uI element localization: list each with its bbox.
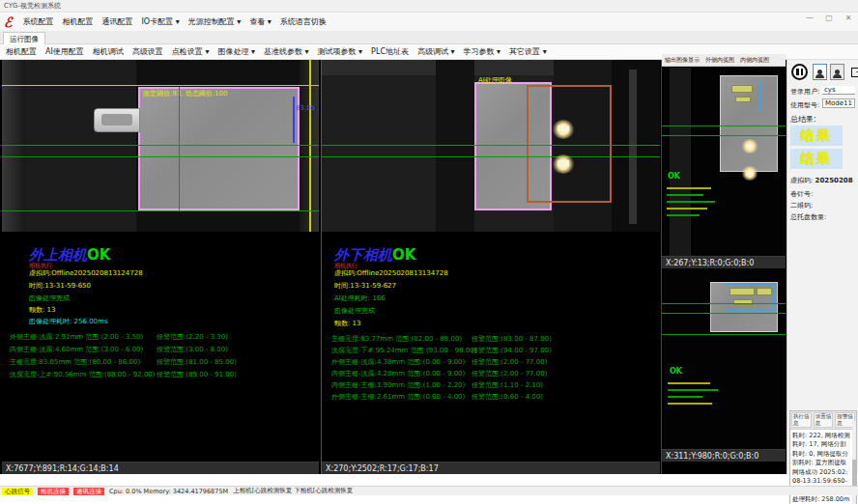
count-text: 颗数: 13 xyxy=(334,319,361,328)
done-text: 图像处理完成 xyxy=(29,294,70,303)
menu-system-config[interactable]: 系统配置 xyxy=(22,16,53,27)
alarm-range: 报警范围:(2.00 - 77.00) xyxy=(472,357,547,367)
tab-bar: 运行图像 xyxy=(0,31,858,44)
exit-door-icon xyxy=(851,68,858,77)
comm-connect-badge: 通讯连接 xyxy=(73,488,104,495)
small-camera-column: 输出图像显示 外侧内弧图 内侧内弧图 OK xyxy=(661,60,785,474)
tool-camera-config[interactable]: 相机配置 xyxy=(6,46,37,57)
small-camera-bottom-status: X:311;Y:980;R:0;G:0;B:0 xyxy=(662,449,786,462)
virtual-code-label: 虚拟码: 20250208 xyxy=(790,176,853,185)
mini-text-bar xyxy=(667,187,711,189)
measurement-row: 内侧主栅-主栅:1.90mm 范围:(1.00 - 2.20) xyxy=(331,380,465,390)
measure-line xyxy=(2,156,319,157)
tab-run-image[interactable]: 运行图像 xyxy=(3,32,45,44)
alarm-range: 报警范围:(89.00 - 91.00) xyxy=(157,370,237,379)
menu-camera-config[interactable]: 相机配置 xyxy=(62,16,93,27)
measurement-row: 外侧主栅-浅腐:4.38mm 范围:(0.00 - 9.00) xyxy=(331,357,465,367)
camera-status-lower: X:270;Y:2502;R:17;G:17;B:17 xyxy=(322,462,660,474)
tool-learn-params[interactable]: 学习参数 ▾ xyxy=(464,46,501,57)
tool-camera-debug[interactable]: 相机调试 xyxy=(93,46,124,57)
done-text: 图像处理完成 xyxy=(334,306,375,316)
ai-overlay-text: AI处理图像 xyxy=(478,75,512,85)
tool-image-process[interactable]: 图像处理 ▾ xyxy=(217,46,255,57)
bg-column-detail xyxy=(629,70,637,224)
tab-outer-arc[interactable]: 外侧内弧图 xyxy=(705,56,734,65)
camera-panel-upper: 固定阈值:93, 动态阈值:100 83.05 外上相机OK 相机执行 虚拟码:… xyxy=(2,60,319,474)
maximize-button[interactable]: ▢ xyxy=(823,14,835,22)
log-tab-settings[interactable]: 设置信息 xyxy=(814,412,834,428)
pause-button[interactable] xyxy=(791,64,808,80)
tool-baseline-params[interactable]: 基准线参数 ▾ xyxy=(264,46,309,57)
mini-roi-box xyxy=(724,284,774,311)
user-camera-button[interactable] xyxy=(813,64,827,80)
measurement-row: 主栅宽度:83.05mm 范围:(80.00 - 86.00) xyxy=(10,357,140,367)
alarm-range: 报警范围:(3.00 - 8.00) xyxy=(157,345,228,354)
reel-number-label: 卷针号: xyxy=(790,189,813,199)
blue-measure-line xyxy=(293,97,295,143)
tool-ai-config[interactable]: AI使用配置 xyxy=(45,46,84,57)
bg-column xyxy=(436,60,474,232)
ai-time-text: AI处理耗时: 166 xyxy=(334,294,386,303)
mini-ok-badge: OK xyxy=(670,367,682,376)
tool-plc-table[interactable]: PLC地址表 xyxy=(371,46,409,57)
alarm-range: 报警范围:(1.10 - 2.10) xyxy=(472,380,543,390)
result-badge-upper: 结果 xyxy=(790,126,843,146)
close-button[interactable]: ✕ xyxy=(843,14,854,22)
minimize-button[interactable]: — xyxy=(804,14,815,22)
count-text: 颗数: 13 xyxy=(29,305,56,315)
heartbeat-badge: 心跳信号 xyxy=(2,488,33,495)
small-camera-bottom[interactable]: OK xyxy=(662,270,786,449)
menu-io-config[interactable]: IO卡配置 ▾ xyxy=(141,16,179,27)
menu-comm-config[interactable]: 通讯配置 xyxy=(101,16,132,27)
small-camera-top-status: X:267;Y:13;R:0;G:0;B:0 xyxy=(662,256,786,268)
tool-test-params[interactable]: 测试项参数 ▾ xyxy=(318,46,363,57)
camera-status-upper: X:7677;Y:891;R:14;G:14;B:14 xyxy=(2,462,319,474)
alarm-range: 报警范围:(2.20 - 3.30) xyxy=(157,332,228,342)
measure-line xyxy=(2,145,319,146)
yellow-reference-line xyxy=(2,85,319,86)
operator-button[interactable] xyxy=(830,64,844,80)
bright-bar xyxy=(558,126,569,131)
barcode-text: 虚拟码:Offline2025020813124728 xyxy=(29,268,143,278)
elapsed-text: 图像处理耗时: 256.00ms xyxy=(29,317,108,326)
tool-other-settings[interactable]: 其它设置 ▾ xyxy=(509,46,547,57)
tray-count-label: 总托盘数量: xyxy=(790,212,826,222)
measurement-row: 内侧主栅-浅腐:4.28mm 范围:(0.00 - 9.00) xyxy=(331,369,465,378)
pause-icon xyxy=(796,69,799,75)
time-text: 时间:13-31-59-627 xyxy=(334,281,396,291)
tool-advanced-debug[interactable]: 高级调试 ▾ xyxy=(417,46,455,57)
tool-spot-check[interactable]: 点检设置 ▾ xyxy=(172,46,210,57)
mini-text-bar xyxy=(668,389,718,391)
mini-roi-box xyxy=(726,81,760,110)
camera-ok-badge: OK xyxy=(392,246,415,264)
tab-inner-arc[interactable]: 内侧内弧图 xyxy=(740,56,769,65)
measurement-row: 内侧主栅-浅腐:4.60mm 范围:(3.00 - 6.00) xyxy=(10,345,143,354)
cpu-memory-text: Cpu: 0.0% Memory: 3424.41796875M xyxy=(109,488,228,495)
menu-view[interactable]: 查看 ▾ xyxy=(249,16,272,27)
measure-line xyxy=(2,210,319,211)
virtual-code-value: 20250208 xyxy=(815,177,853,184)
camera-image-lower[interactable]: AI处理图像 xyxy=(322,60,660,232)
tool-advanced-settings[interactable]: 高级设置 xyxy=(132,46,163,57)
title-bar: CYG-视觉检测系统 xyxy=(0,0,858,13)
model-value[interactable]: Mode11 xyxy=(822,98,855,108)
tab-output-image[interactable]: 输出图像显示 xyxy=(665,56,700,65)
menu-light-config[interactable]: 光源控制配置 ▾ xyxy=(188,16,242,27)
camera-result-lower: 外下相机OK 相机执行 虚拟码:Offline2025020813134728 … xyxy=(322,232,660,462)
main-view: 固定阈值:93, 动态阈值:100 83.05 外上相机OK 相机执行 虚拟码:… xyxy=(0,60,858,474)
log-tab-run[interactable]: 执行信息 xyxy=(791,412,812,428)
small-camera-top[interactable]: OK xyxy=(662,68,786,256)
login-user-value[interactable]: cys xyxy=(822,86,855,95)
exit-button[interactable] xyxy=(846,63,858,81)
mini-line xyxy=(662,303,786,304)
menu-language-switch[interactable]: 系统语言切换 xyxy=(280,16,327,27)
threshold-overlay-text: 固定阈值:93, 动态阈值:100 xyxy=(143,89,227,98)
log-scroll-thumb[interactable] xyxy=(852,460,856,489)
mini-line xyxy=(662,313,786,314)
alarm-range: 报警范围:(94.00 - 97.00) xyxy=(472,346,552,355)
person-icon xyxy=(817,70,822,74)
alarm-range: 报警范围:(2.00 - 77.00) xyxy=(472,369,547,378)
person-icon xyxy=(835,70,840,74)
camera-image-upper[interactable]: 固定阈值:93, 动态阈值:100 83.05 xyxy=(2,60,319,232)
result-badge-lower: 结果 xyxy=(790,149,843,169)
